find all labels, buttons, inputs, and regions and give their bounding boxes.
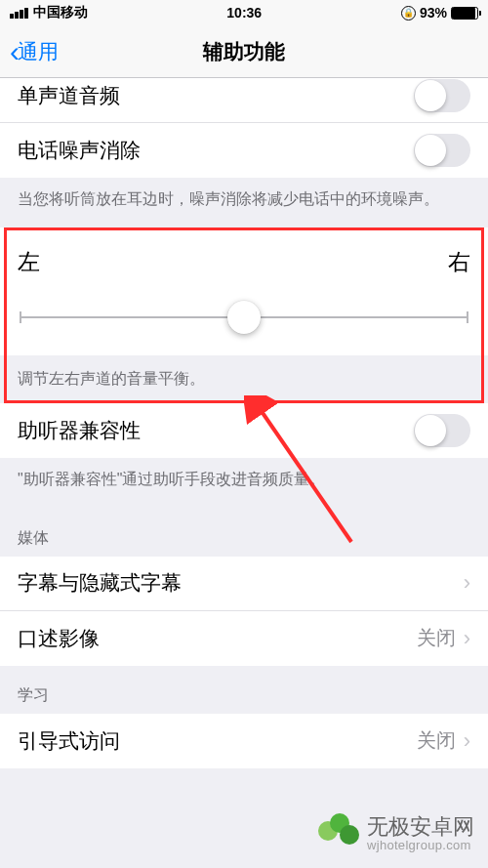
- battery-percent: 93%: [420, 5, 447, 21]
- status-left: 中国移动: [10, 4, 88, 21]
- back-label: 通用: [18, 38, 59, 65]
- noise-cancel-label: 电话噪声消除: [18, 137, 141, 164]
- mono-audio-toggle[interactable]: [414, 79, 470, 112]
- watermark-url: wjhotelgroup.com: [367, 839, 474, 852]
- hearing-aid-footer: "助听器兼容性"通过助听手段改进音频质量。: [0, 458, 488, 508]
- media-header: 媒体: [0, 509, 488, 557]
- noise-cancel-toggle[interactable]: [414, 134, 470, 167]
- battery-icon: [451, 7, 478, 20]
- noise-cancel-footer: 当您将听筒放在耳边时，噪声消除将减少电话中的环境噪声。: [0, 178, 488, 227]
- balance-left-label: 左: [18, 247, 40, 277]
- watermark: 无极安卓网 wjhotelgroup.com: [318, 813, 474, 854]
- learning-header: 学习: [0, 666, 488, 714]
- hearing-aid-row[interactable]: 助听器兼容性: [0, 403, 488, 458]
- hearing-aid-toggle[interactable]: [414, 414, 470, 447]
- carrier-label: 中国移动: [33, 4, 88, 21]
- slider-thumb[interactable]: [227, 301, 261, 334]
- balance-slider[interactable]: [18, 303, 470, 332]
- watermark-logo-icon: [318, 813, 359, 854]
- chevron-right-icon: ›: [464, 728, 470, 754]
- chevron-right-icon: ›: [464, 570, 470, 596]
- page-title: 辅助功能: [203, 38, 285, 65]
- back-button[interactable]: ‹ 通用: [10, 37, 59, 66]
- chevron-right-icon: ›: [464, 626, 470, 651]
- subtitles-row[interactable]: 字幕与隐藏式字幕 ›: [0, 557, 488, 611]
- audio-desc-label: 口述影像: [18, 625, 100, 652]
- hearing-aid-label: 助听器兼容性: [18, 417, 141, 444]
- subtitles-label: 字幕与隐藏式字幕: [18, 569, 182, 597]
- navigation-bar: ‹ 通用 辅助功能: [0, 25, 488, 78]
- balance-right-label: 右: [448, 247, 470, 277]
- guided-access-value: 关闭: [417, 727, 456, 754]
- status-right: 🔒 93%: [401, 5, 478, 21]
- balance-section: 左 右 调节左右声道的音量平衡。: [0, 227, 488, 403]
- noise-cancel-row[interactable]: 电话噪声消除: [0, 123, 488, 178]
- watermark-title: 无极安卓网: [367, 815, 474, 839]
- audio-desc-row[interactable]: 口述影像 关闭 ›: [0, 611, 488, 666]
- clock: 10:36: [226, 5, 262, 21]
- guided-access-label: 引导式访问: [18, 727, 120, 755]
- status-bar: 中国移动 10:36 🔒 93%: [0, 0, 488, 25]
- balance-footer: 调节左右声道的音量平衡。: [0, 355, 488, 403]
- orientation-lock-icon: 🔒: [401, 6, 416, 21]
- guided-access-row[interactable]: 引导式访问 关闭 ›: [0, 714, 488, 768]
- audio-desc-value: 关闭: [417, 625, 456, 651]
- cellular-signal-icon: [10, 8, 28, 19]
- mono-audio-label: 单声道音频: [18, 82, 120, 109]
